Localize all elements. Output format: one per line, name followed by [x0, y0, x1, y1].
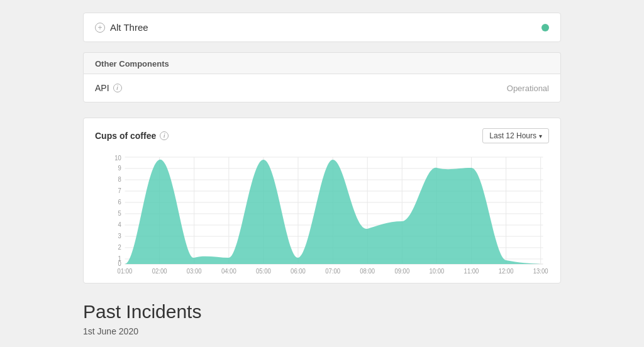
- svg-text:6: 6: [118, 199, 121, 206]
- svg-text:04:00: 04:00: [221, 268, 236, 275]
- expand-icon[interactable]: +: [95, 23, 105, 33]
- api-component-row: API i Operational: [83, 74, 561, 102]
- svg-text:08:00: 08:00: [360, 268, 375, 275]
- svg-text:10: 10: [114, 155, 121, 162]
- svg-text:9: 9: [118, 165, 121, 172]
- chart-area: 0 1 2 3 4 5 6 7 8 9 10 01:00 02:00 03:00…: [95, 151, 549, 277]
- past-incidents-date: 1st June 2020: [83, 326, 561, 336]
- svg-text:09:00: 09:00: [394, 268, 409, 275]
- time-range-button[interactable]: Last 12 Hours: [482, 128, 549, 143]
- svg-text:4: 4: [118, 221, 122, 228]
- svg-text:5: 5: [118, 210, 122, 217]
- svg-text:03:00: 03:00: [187, 268, 202, 275]
- svg-text:10:00: 10:00: [430, 268, 445, 275]
- svg-text:02:00: 02:00: [152, 268, 167, 275]
- svg-text:1: 1: [118, 255, 121, 262]
- component-name: API i: [95, 83, 122, 93]
- api-status: Operational: [507, 84, 549, 93]
- svg-text:2: 2: [118, 244, 121, 251]
- api-info-icon[interactable]: i: [113, 84, 122, 92]
- svg-text:7: 7: [118, 187, 121, 194]
- chart-info-icon[interactable]: i: [160, 131, 169, 140]
- svg-text:12:00: 12:00: [499, 268, 514, 275]
- api-label: API: [95, 83, 109, 93]
- chart-card: Cups of coffee i Last 12 Hours: [83, 118, 561, 284]
- alt-three-title: Alt Three: [110, 22, 148, 33]
- status-dot: [541, 24, 549, 31]
- past-incidents-title: Past Incidents: [83, 301, 561, 322]
- svg-text:01:00: 01:00: [118, 268, 133, 275]
- svg-text:05:00: 05:00: [256, 268, 271, 275]
- chart-header: Cups of coffee i Last 12 Hours: [95, 128, 549, 143]
- chart-title-text: Cups of coffee: [95, 131, 156, 141]
- alt-three-left: + Alt Three: [95, 22, 148, 33]
- alt-three-card: + Alt Three: [83, 13, 561, 42]
- svg-text:3: 3: [118, 233, 121, 240]
- svg-text:13:00: 13:00: [533, 268, 548, 275]
- past-incidents-section: Past Incidents 1st June 2020: [83, 301, 561, 336]
- svg-text:8: 8: [118, 176, 121, 183]
- other-components-label: Other Components: [83, 52, 561, 74]
- svg-text:11:00: 11:00: [464, 268, 479, 275]
- svg-text:06:00: 06:00: [291, 268, 306, 275]
- svg-text:07:00: 07:00: [325, 268, 340, 275]
- chart-svg: 0 1 2 3 4 5 6 7 8 9 10 01:00 02:00 03:00…: [95, 151, 549, 277]
- chart-title: Cups of coffee i: [95, 131, 169, 141]
